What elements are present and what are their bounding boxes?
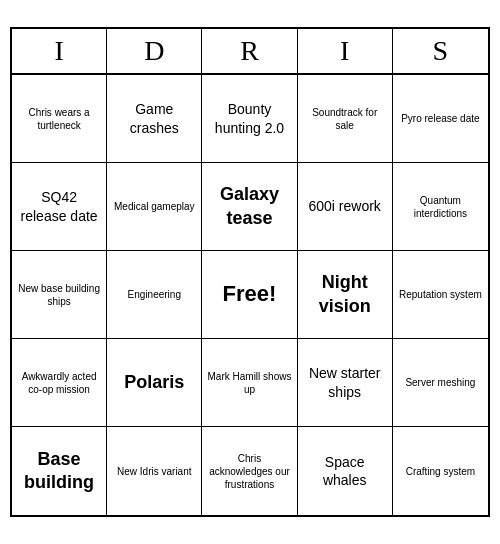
- bingo-cell-9[interactable]: Quantum interdictions: [393, 163, 488, 251]
- bingo-cell-4[interactable]: Pyro release date: [393, 75, 488, 163]
- bingo-cell-22[interactable]: Chris acknowledges our frustrations: [202, 427, 297, 515]
- bingo-cell-14[interactable]: Reputation system: [393, 251, 488, 339]
- bingo-cell-13[interactable]: Night vision: [298, 251, 393, 339]
- header-letter-i2: I: [298, 29, 393, 73]
- bingo-cell-16[interactable]: Polaris: [107, 339, 202, 427]
- bingo-cell-18[interactable]: New starter ships: [298, 339, 393, 427]
- bingo-cell-2[interactable]: Bounty hunting 2.0: [202, 75, 297, 163]
- bingo-cell-20[interactable]: Base building: [12, 427, 107, 515]
- bingo-cell-15[interactable]: Awkwardly acted co-op mission: [12, 339, 107, 427]
- bingo-header: I D R I S: [12, 29, 488, 75]
- bingo-cell-23[interactable]: Space whales: [298, 427, 393, 515]
- header-letter-d: D: [107, 29, 202, 73]
- bingo-cell-24[interactable]: Crafting system: [393, 427, 488, 515]
- bingo-cell-3[interactable]: Soundtrack for sale: [298, 75, 393, 163]
- bingo-cell-1[interactable]: Game crashes: [107, 75, 202, 163]
- bingo-cell-8[interactable]: 600i rework: [298, 163, 393, 251]
- bingo-cell-21[interactable]: New Idris variant: [107, 427, 202, 515]
- bingo-cell-12[interactable]: Free!: [202, 251, 297, 339]
- bingo-cell-6[interactable]: Medical gameplay: [107, 163, 202, 251]
- header-letter-i1: I: [12, 29, 107, 73]
- header-letter-s: S: [393, 29, 488, 73]
- bingo-grid: Chris wears a turtleneckGame crashesBoun…: [12, 75, 488, 515]
- bingo-cell-10[interactable]: New base building ships: [12, 251, 107, 339]
- bingo-card: I D R I S Chris wears a turtleneckGame c…: [10, 27, 490, 517]
- bingo-cell-19[interactable]: Server meshing: [393, 339, 488, 427]
- bingo-cell-17[interactable]: Mark Hamill shows up: [202, 339, 297, 427]
- bingo-cell-5[interactable]: SQ42 release date: [12, 163, 107, 251]
- header-letter-r: R: [202, 29, 297, 73]
- bingo-cell-0[interactable]: Chris wears a turtleneck: [12, 75, 107, 163]
- bingo-cell-11[interactable]: Engineering: [107, 251, 202, 339]
- bingo-cell-7[interactable]: Galaxy tease: [202, 163, 297, 251]
